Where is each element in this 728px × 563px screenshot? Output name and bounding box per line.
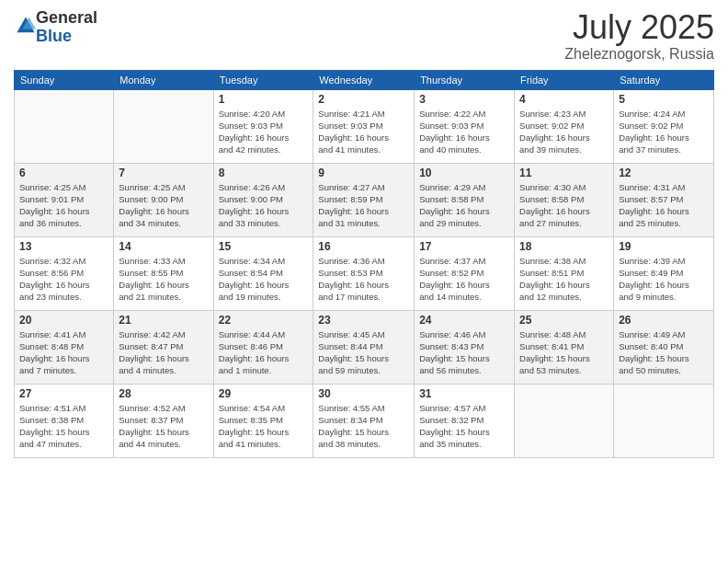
day-number: 16 <box>318 240 409 253</box>
table-row: 12Sunrise: 4:31 AM Sunset: 8:57 PM Dayli… <box>614 163 714 236</box>
table-row: 21Sunrise: 4:42 AM Sunset: 8:47 PM Dayli… <box>114 310 213 384</box>
day-number: 6 <box>19 167 108 179</box>
calendar-week-row: 6Sunrise: 4:25 AM Sunset: 9:01 PM Daylig… <box>15 163 714 236</box>
table-row: 4Sunrise: 4:23 AM Sunset: 9:02 PM Daylig… <box>515 89 614 163</box>
day-info: Sunrise: 4:27 AM Sunset: 8:59 PM Dayligh… <box>318 181 409 230</box>
day-number: 11 <box>519 167 609 179</box>
table-row: 15Sunrise: 4:34 AM Sunset: 8:54 PM Dayli… <box>213 236 313 310</box>
col-sunday: Sunday <box>15 70 114 89</box>
calendar-week-row: 1Sunrise: 4:20 AM Sunset: 9:03 PM Daylig… <box>15 89 714 163</box>
day-number: 7 <box>119 167 208 179</box>
table-row <box>515 384 614 457</box>
day-info: Sunrise: 4:57 AM Sunset: 8:32 PM Dayligh… <box>419 402 509 451</box>
calendar-week-row: 20Sunrise: 4:41 AM Sunset: 8:48 PM Dayli… <box>15 310 714 384</box>
table-row: 28Sunrise: 4:52 AM Sunset: 8:37 PM Dayli… <box>114 384 213 457</box>
day-info: Sunrise: 4:44 AM Sunset: 8:46 PM Dayligh… <box>219 328 309 377</box>
table-row: 14Sunrise: 4:33 AM Sunset: 8:55 PM Dayli… <box>114 236 213 310</box>
day-info: Sunrise: 4:24 AM Sunset: 9:02 PM Dayligh… <box>619 108 709 156</box>
col-tuesday: Tuesday <box>213 70 313 89</box>
day-info: Sunrise: 4:26 AM Sunset: 9:00 PM Dayligh… <box>219 181 309 230</box>
table-row: 5Sunrise: 4:24 AM Sunset: 9:02 PM Daylig… <box>614 89 714 163</box>
day-number: 27 <box>19 387 108 400</box>
day-number: 4 <box>519 93 609 106</box>
day-info: Sunrise: 4:29 AM Sunset: 8:58 PM Dayligh… <box>419 181 509 230</box>
day-info: Sunrise: 4:36 AM Sunset: 8:53 PM Dayligh… <box>318 255 409 304</box>
location: Zheleznogorsk, Russia <box>564 46 714 63</box>
logo-icon <box>16 16 36 36</box>
calendar: Sunday Monday Tuesday Wednesday Thursday… <box>14 70 714 458</box>
day-number: 8 <box>219 167 309 179</box>
day-number: 9 <box>318 167 409 179</box>
table-row: 23Sunrise: 4:45 AM Sunset: 8:44 PM Dayli… <box>313 310 415 384</box>
day-info: Sunrise: 4:38 AM Sunset: 8:51 PM Dayligh… <box>519 255 609 304</box>
day-number: 23 <box>318 314 409 327</box>
col-friday: Friday <box>515 70 614 89</box>
calendar-week-row: 27Sunrise: 4:51 AM Sunset: 8:38 PM Dayli… <box>15 384 714 457</box>
table-row: 10Sunrise: 4:29 AM Sunset: 8:58 PM Dayli… <box>415 163 515 236</box>
month-title: July 2025 <box>564 9 714 46</box>
day-number: 3 <box>419 93 509 106</box>
day-info: Sunrise: 4:46 AM Sunset: 8:43 PM Dayligh… <box>419 328 509 377</box>
table-row <box>614 384 714 457</box>
day-number: 25 <box>519 314 609 327</box>
day-info: Sunrise: 4:25 AM Sunset: 9:01 PM Dayligh… <box>19 181 108 230</box>
day-info: Sunrise: 4:49 AM Sunset: 8:40 PM Dayligh… <box>619 328 709 377</box>
logo: General Blue <box>14 9 97 46</box>
table-row: 2Sunrise: 4:21 AM Sunset: 9:03 PM Daylig… <box>313 89 415 163</box>
header: General Blue July 2025 Zheleznogorsk, Ru… <box>14 9 714 63</box>
day-number: 28 <box>119 387 208 400</box>
day-number: 19 <box>619 240 709 253</box>
day-info: Sunrise: 4:39 AM Sunset: 8:49 PM Dayligh… <box>619 255 709 304</box>
day-number: 10 <box>419 167 509 179</box>
day-info: Sunrise: 4:55 AM Sunset: 8:34 PM Dayligh… <box>318 402 409 451</box>
day-number: 22 <box>219 314 309 327</box>
table-row: 3Sunrise: 4:22 AM Sunset: 9:03 PM Daylig… <box>415 89 515 163</box>
day-info: Sunrise: 4:54 AM Sunset: 8:35 PM Dayligh… <box>219 402 309 451</box>
day-info: Sunrise: 4:42 AM Sunset: 8:47 PM Dayligh… <box>119 328 208 377</box>
day-number: 24 <box>419 314 509 327</box>
day-info: Sunrise: 4:31 AM Sunset: 8:57 PM Dayligh… <box>619 181 709 230</box>
day-number: 2 <box>318 93 409 106</box>
day-number: 29 <box>219 387 309 400</box>
day-number: 18 <box>519 240 609 253</box>
col-thursday: Thursday <box>415 70 515 89</box>
table-row: 7Sunrise: 4:25 AM Sunset: 9:00 PM Daylig… <box>114 163 213 236</box>
table-row: 17Sunrise: 4:37 AM Sunset: 8:52 PM Dayli… <box>415 236 515 310</box>
table-row: 8Sunrise: 4:26 AM Sunset: 9:00 PM Daylig… <box>213 163 313 236</box>
table-row: 19Sunrise: 4:39 AM Sunset: 8:49 PM Dayli… <box>614 236 714 310</box>
table-row: 11Sunrise: 4:30 AM Sunset: 8:58 PM Dayli… <box>515 163 614 236</box>
table-row <box>114 89 213 163</box>
table-row: 24Sunrise: 4:46 AM Sunset: 8:43 PM Dayli… <box>415 310 515 384</box>
day-info: Sunrise: 4:32 AM Sunset: 8:56 PM Dayligh… <box>19 255 108 304</box>
calendar-header-row: Sunday Monday Tuesday Wednesday Thursday… <box>15 70 714 89</box>
day-info: Sunrise: 4:22 AM Sunset: 9:03 PM Dayligh… <box>419 108 509 156</box>
day-info: Sunrise: 4:21 AM Sunset: 9:03 PM Dayligh… <box>318 108 409 156</box>
day-info: Sunrise: 4:30 AM Sunset: 8:58 PM Dayligh… <box>519 181 609 230</box>
table-row: 22Sunrise: 4:44 AM Sunset: 8:46 PM Dayli… <box>213 310 313 384</box>
day-number: 5 <box>619 93 709 106</box>
table-row: 13Sunrise: 4:32 AM Sunset: 8:56 PM Dayli… <box>15 236 114 310</box>
table-row: 18Sunrise: 4:38 AM Sunset: 8:51 PM Dayli… <box>515 236 614 310</box>
table-row: 30Sunrise: 4:55 AM Sunset: 8:34 PM Dayli… <box>313 384 415 457</box>
calendar-week-row: 13Sunrise: 4:32 AM Sunset: 8:56 PM Dayli… <box>15 236 714 310</box>
table-row: 26Sunrise: 4:49 AM Sunset: 8:40 PM Dayli… <box>614 310 714 384</box>
day-info: Sunrise: 4:41 AM Sunset: 8:48 PM Dayligh… <box>19 328 108 377</box>
table-row: 27Sunrise: 4:51 AM Sunset: 8:38 PM Dayli… <box>15 384 114 457</box>
day-number: 13 <box>19 240 108 253</box>
table-row: 16Sunrise: 4:36 AM Sunset: 8:53 PM Dayli… <box>313 236 415 310</box>
table-row: 29Sunrise: 4:54 AM Sunset: 8:35 PM Dayli… <box>213 384 313 457</box>
day-number: 12 <box>619 167 709 179</box>
day-info: Sunrise: 4:51 AM Sunset: 8:38 PM Dayligh… <box>19 402 108 451</box>
day-info: Sunrise: 4:25 AM Sunset: 9:00 PM Dayligh… <box>119 181 208 230</box>
day-info: Sunrise: 4:45 AM Sunset: 8:44 PM Dayligh… <box>318 328 409 377</box>
logo-text: General Blue <box>36 9 97 46</box>
day-info: Sunrise: 4:52 AM Sunset: 8:37 PM Dayligh… <box>119 402 208 451</box>
day-number: 17 <box>419 240 509 253</box>
day-info: Sunrise: 4:33 AM Sunset: 8:55 PM Dayligh… <box>119 255 208 304</box>
day-info: Sunrise: 4:48 AM Sunset: 8:41 PM Dayligh… <box>519 328 609 377</box>
day-number: 14 <box>119 240 208 253</box>
day-info: Sunrise: 4:37 AM Sunset: 8:52 PM Dayligh… <box>419 255 509 304</box>
table-row: 31Sunrise: 4:57 AM Sunset: 8:32 PM Dayli… <box>415 384 515 457</box>
col-wednesday: Wednesday <box>313 70 415 89</box>
table-row: 6Sunrise: 4:25 AM Sunset: 9:01 PM Daylig… <box>15 163 114 236</box>
